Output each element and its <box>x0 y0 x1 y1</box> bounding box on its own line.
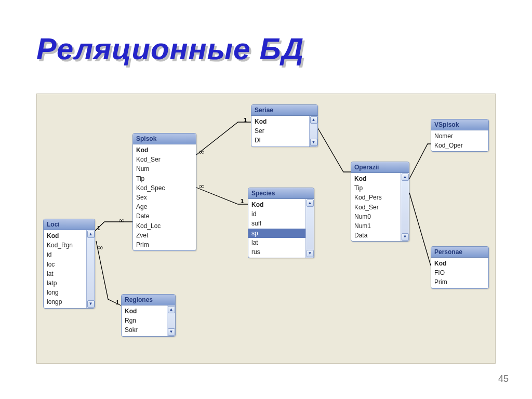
table-spisok-title[interactable]: Spisok <box>133 134 196 144</box>
scroll-down-icon[interactable]: ▼ <box>168 328 175 336</box>
field[interactable]: Kod_Spec <box>133 183 196 193</box>
card-spisok-loci-one: 1 <box>97 225 100 231</box>
scrollbar[interactable]: ▲ ▼ <box>401 173 409 241</box>
scroll-down-icon[interactable]: ▼ <box>402 233 409 241</box>
field[interactable]: Sex <box>133 193 196 202</box>
table-operazii[interactable]: Operazii Kod Tip Kod_Pers Kod_Ser Num0 N… <box>351 162 409 242</box>
page-number: 45 <box>498 374 509 384</box>
field[interactable]: Prim <box>431 277 488 287</box>
field[interactable]: Kod_Oper <box>431 141 488 150</box>
field[interactable]: Prim <box>133 240 196 249</box>
table-regiones-title[interactable]: Regiones <box>122 295 175 305</box>
field[interactable]: Data <box>351 231 401 240</box>
field[interactable]: Date <box>133 211 196 221</box>
field[interactable]: Tip <box>133 174 196 183</box>
field[interactable]: lat <box>44 269 86 278</box>
field[interactable]: Kod <box>44 231 86 241</box>
field[interactable]: longp <box>44 297 86 307</box>
scroll-down-icon[interactable]: ▼ <box>87 300 95 308</box>
table-personae[interactable]: Personae Kod FIO Prim <box>431 246 489 289</box>
field[interactable]: Kod_Ser <box>133 155 196 164</box>
field[interactable]: lat <box>248 238 305 247</box>
table-personae-title[interactable]: Personae <box>431 247 488 258</box>
field-selected[interactable]: sp <box>248 229 305 238</box>
field[interactable]: Kod_Ser <box>351 203 401 212</box>
field[interactable]: Num <box>133 164 196 174</box>
table-seriae[interactable]: Seriae Kod Ser Dl ▲ ▼ <box>251 104 318 147</box>
field[interactable]: Kod_Rgn <box>44 241 86 250</box>
field[interactable]: Kod_Pers <box>351 193 401 202</box>
scroll-down-icon[interactable]: ▼ <box>310 139 317 146</box>
field[interactable]: Kod <box>431 259 488 268</box>
table-spisok[interactable]: Spisok Kod Kod_Ser Num Tip Kod_Spec Sex … <box>132 133 196 251</box>
scroll-down-icon[interactable]: ▼ <box>307 250 314 257</box>
table-seriae-fields: Kod Ser Dl <box>251 116 309 147</box>
field[interactable]: suff <box>248 219 305 228</box>
diagram-canvas: ∞ 1 ∞ 1 ∞ 1 ∞ 1 Loci Kod Kod_Rgn id loc … <box>36 94 496 364</box>
field[interactable]: Nomer <box>431 131 488 141</box>
field[interactable]: FIO <box>431 268 488 277</box>
field[interactable]: Age <box>133 202 196 211</box>
field[interactable]: id <box>44 250 86 259</box>
scrollbar[interactable]: ▲ ▼ <box>167 305 175 336</box>
field[interactable]: Ser <box>251 126 309 136</box>
field[interactable]: Kod <box>351 174 401 183</box>
card-spisok-seriae-inf: ∞ <box>199 148 204 156</box>
field[interactable]: Kod <box>133 145 196 155</box>
field[interactable]: Kod_Loc <box>133 221 196 231</box>
table-species-fields: Kod id suff sp lat rus <box>248 199 305 258</box>
field[interactable]: Dl <box>251 136 309 145</box>
table-personae-fields: Kod FIO Prim <box>431 258 488 288</box>
table-loci-title[interactable]: Loci <box>44 219 95 230</box>
field[interactable]: rus <box>248 247 305 257</box>
table-species-title[interactable]: Species <box>248 188 314 199</box>
field[interactable]: latp <box>44 278 86 288</box>
card-loci-regiones-one: 1 <box>116 299 119 305</box>
scrollbar[interactable]: ▲ ▼ <box>86 230 95 308</box>
table-operazii-fields: Kod Tip Kod_Pers Kod_Ser Num0 Num1 Data <box>351 173 401 241</box>
table-spisok-fields: Kod Kod_Ser Num Tip Kod_Spec Sex Age Dat… <box>133 144 196 250</box>
card-spisok-seriae-one: 1 <box>244 117 247 123</box>
field[interactable]: id <box>248 209 305 219</box>
card-spisok-species-inf: ∞ <box>199 182 204 191</box>
scroll-up-icon[interactable]: ▲ <box>87 231 95 238</box>
table-regiones[interactable]: Regiones Kod Rgn Sokr ▲ ▼ <box>121 294 176 337</box>
table-loci[interactable]: Loci Kod Kod_Rgn id loc lat latp long lo… <box>43 219 95 309</box>
scrollbar[interactable]: ▲ ▼ <box>305 199 314 258</box>
field[interactable]: loc <box>44 260 86 269</box>
field[interactable]: Kod <box>248 200 305 209</box>
field[interactable]: Kod <box>122 307 167 316</box>
scrollbar[interactable]: ▲ ▼ <box>309 116 317 147</box>
table-vspisok-fields: Nomer Kod_Oper <box>431 130 488 151</box>
field[interactable]: Num0 <box>351 212 401 221</box>
scroll-up-icon[interactable]: ▲ <box>307 200 314 207</box>
field[interactable]: long <box>44 288 86 297</box>
card-spisok-species-one: 1 <box>241 198 244 204</box>
scroll-up-icon[interactable]: ▲ <box>402 174 409 181</box>
table-regiones-fields: Kod Rgn Sokr <box>122 305 167 336</box>
table-operazii-title[interactable]: Operazii <box>351 162 409 173</box>
field[interactable]: Num1 <box>351 221 401 231</box>
table-seriae-title[interactable]: Seriae <box>251 105 317 116</box>
field[interactable]: Sokr <box>122 325 167 335</box>
field[interactable]: Tip <box>351 183 401 193</box>
card-loci-regiones-inf: ∞ <box>98 244 103 252</box>
field[interactable]: Kod <box>251 117 309 126</box>
table-vspisok[interactable]: VSpisok Nomer Kod_Oper <box>431 119 489 152</box>
table-loci-fields: Kod Kod_Rgn id loc lat latp long longp <box>44 230 86 308</box>
card-spisok-loci-inf: ∞ <box>119 217 124 225</box>
field[interactable]: Zvet <box>133 231 196 240</box>
scroll-up-icon[interactable]: ▲ <box>168 306 175 313</box>
table-vspisok-title[interactable]: VSpisok <box>431 119 488 130</box>
scroll-up-icon[interactable]: ▲ <box>310 116 317 124</box>
field[interactable]: Rgn <box>122 316 167 325</box>
table-species[interactable]: Species Kod id suff sp lat rus ▲ ▼ <box>248 188 314 258</box>
page-title: Реляционные БД <box>36 31 304 66</box>
